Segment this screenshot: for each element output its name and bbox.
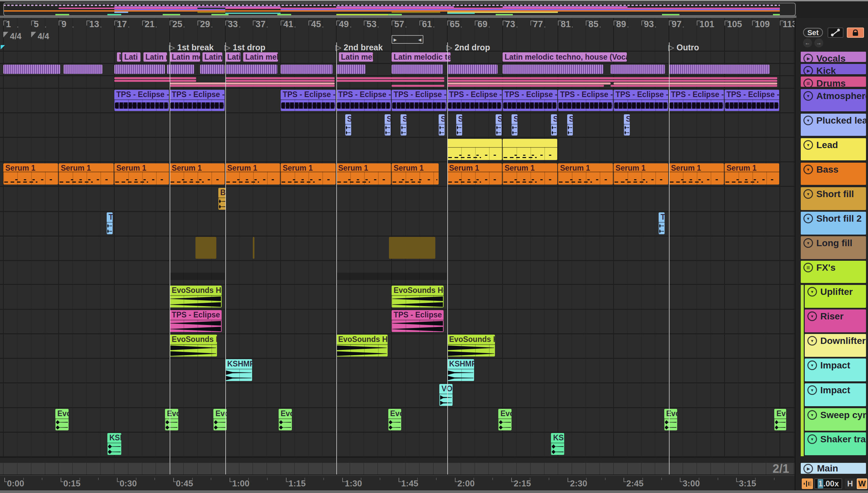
clip-tps-eclipse-at[interactable]: TPS - Eclipse - At	[558, 90, 612, 111]
track-header-uplifter[interactable]: ▼Uplifter	[805, 285, 866, 308]
clip-ksh[interactable]: KSH	[551, 433, 564, 455]
clip-serum-1[interactable]: Serum 1	[336, 163, 391, 185]
track-header-impact[interactable]: ▼Impact	[805, 359, 866, 381]
loop-brace[interactable]: ▸ ◂	[392, 35, 424, 44]
clip-serum-1[interactable]: Serum 1	[59, 163, 113, 185]
clip-kick[interactable]	[167, 65, 194, 74]
clip-s[interactable]: S	[456, 114, 462, 135]
down-icon[interactable]: ▼	[803, 189, 813, 199]
overview-resize-handle[interactable]	[0, 16, 797, 18]
locator-outro[interactable]: ▷Outro	[668, 43, 699, 52]
clip-kick[interactable]	[669, 65, 769, 74]
clip-kick[interactable]	[281, 65, 333, 74]
scrub-area[interactable]: 2/1	[0, 463, 795, 475]
clip-tps-eclipse-ri[interactable]: TPS - Eclipse - Ri	[392, 310, 443, 332]
locator-2nd-drop[interactable]: ▷2nd drop	[447, 43, 490, 52]
clip-evo[interactable]: Evo	[498, 409, 512, 430]
clip-kick[interactable]	[114, 65, 165, 74]
clip-serum-1[interactable]: Serum 1	[503, 163, 557, 185]
clip-latin-r[interactable]: Latin r	[202, 52, 223, 62]
clip-latin[interactable]: Latin	[225, 52, 240, 62]
clip-evo[interactable]: Evo	[774, 409, 786, 430]
clip-s[interactable]: S	[567, 114, 573, 135]
down-icon[interactable]: ▼	[803, 115, 813, 125]
clip-latin-melo[interactable]: Latin melo	[339, 52, 373, 62]
clip-evo[interactable]: Evo	[213, 409, 226, 430]
clip-evo[interactable]: Evo	[664, 409, 677, 430]
down-icon[interactable]: ▼	[807, 336, 817, 346]
clip-kick[interactable]	[611, 65, 665, 74]
clip-l[interactable]: L	[117, 52, 121, 62]
clip-long-fill[interactable]	[389, 237, 435, 259]
track-lane-impact[interactable]	[0, 383, 795, 408]
clip-s[interactable]: S	[624, 114, 630, 135]
track-header-vocals[interactable]: ▶Vocals	[801, 52, 866, 62]
clip-long-fill[interactable]	[195, 237, 216, 259]
track-lane-impact[interactable]	[0, 359, 795, 383]
clip-evo[interactable]: Evo	[279, 409, 292, 430]
clip-latin-melodic-techno-house-vocals[interactable]: Latin melodic techno, house (Vocals)	[503, 52, 627, 62]
track-header-shaker-transit[interactable]: ▼Shaker transit	[805, 432, 866, 455]
clip-serum-1[interactable]: Serum 1	[613, 163, 668, 185]
beat-ruler[interactable]: 1591317212529333741454953576165697377818…	[0, 18, 795, 33]
down-icon[interactable]: ▼	[803, 165, 813, 174]
clip-evosounds-hous[interactable]: EvoSounds Hous	[392, 285, 443, 307]
clip-serum-1[interactable]: Serum 1	[3, 163, 58, 185]
clip-t[interactable]: T	[107, 212, 113, 234]
clip-s[interactable]: S	[512, 114, 518, 135]
forward-arrow-button[interactable]: →	[814, 39, 823, 47]
clip-lati[interactable]: Lati	[122, 52, 141, 62]
clip-s[interactable]: S	[439, 114, 444, 135]
clip-tps-eclipse-at[interactable]: TPS - Eclipse - At	[170, 90, 224, 111]
clip-tps-eclipse-at[interactable]: TPS - Eclipse - At	[447, 90, 502, 111]
clip-tps-eclipse-ri[interactable]: TPS - Eclipse - Ri	[170, 310, 222, 332]
group-icon[interactable]: ≡	[803, 263, 813, 272]
audio-engine-button[interactable]	[802, 478, 813, 489]
clip-evosounds-hous[interactable]: EvoSounds Hous	[170, 285, 222, 307]
down-icon[interactable]: ▼	[803, 91, 813, 101]
time-signature-marker[interactable]: 4/4	[3, 32, 22, 40]
down-icon[interactable]: ▼	[807, 312, 817, 321]
locator-1st-break[interactable]: ▷1st break	[169, 43, 214, 52]
group-icon[interactable]: ≡	[803, 79, 813, 87]
track-header-long-fill[interactable]: ▼Long fill	[801, 236, 866, 259]
arrangement-overview[interactable]	[3, 3, 796, 16]
down-icon[interactable]: ▼	[807, 434, 817, 444]
clip-t[interactable]: T	[659, 212, 665, 234]
clip-tps-eclipse-at[interactable]: TPS - Eclipse - At	[281, 90, 335, 111]
arrangement-lock-button[interactable]	[847, 27, 864, 38]
clip-kick[interactable]	[392, 65, 443, 74]
track-header-kick[interactable]: ▶Kick	[801, 64, 866, 74]
clip-s[interactable]: S	[385, 114, 391, 135]
down-icon[interactable]: ▼	[803, 214, 813, 223]
clip-serum-1[interactable]: Serum 1	[669, 163, 723, 185]
track-header-downlifter[interactable]: ▼Downlifter	[805, 334, 866, 357]
clip-kshmr[interactable]: KSHMR_	[225, 359, 253, 381]
play-icon[interactable]: ▶	[803, 66, 813, 74]
clip-vox[interactable]: VOX	[439, 384, 453, 406]
clip-evo[interactable]: Evo	[165, 409, 178, 430]
clip-fx-s[interactable]	[170, 273, 224, 280]
track-lane-lead[interactable]	[0, 138, 795, 162]
clip-serum-1[interactable]: Serum 1	[447, 163, 502, 185]
clip-serum-1[interactable]: Serum 1	[170, 163, 224, 185]
down-icon[interactable]: ▼	[807, 410, 817, 420]
clip-s[interactable]: S	[400, 114, 407, 135]
track-header-sweep-cymbal[interactable]: ▼Sweep cymbal	[805, 408, 866, 431]
clip-serum-1[interactable]: Serum 1	[392, 163, 439, 185]
track-lane-downlifter[interactable]	[0, 334, 795, 359]
playback-speed-field[interactable]: 1.00x	[814, 478, 842, 489]
horizontal-scrollbar[interactable]	[0, 490, 868, 493]
clip-bo[interactable]: BO	[218, 188, 226, 210]
track-header-impact[interactable]: ▼Impact	[805, 383, 866, 406]
clip-evo[interactable]: Evo	[388, 409, 402, 430]
down-icon[interactable]: ▼	[803, 140, 813, 150]
clip-serum-1[interactable]: Serum 1	[114, 163, 169, 185]
down-icon[interactable]: ▼	[807, 287, 817, 297]
clip-evosounds-ho[interactable]: EvoSounds Ho	[447, 335, 495, 357]
zoom-width-button[interactable]: W	[857, 478, 867, 489]
clip-s[interactable]: S	[496, 114, 502, 135]
down-icon[interactable]: ▼	[803, 238, 813, 248]
locator-2nd-break[interactable]: ▷2nd break	[335, 43, 383, 52]
down-icon[interactable]: ▼	[807, 385, 817, 395]
